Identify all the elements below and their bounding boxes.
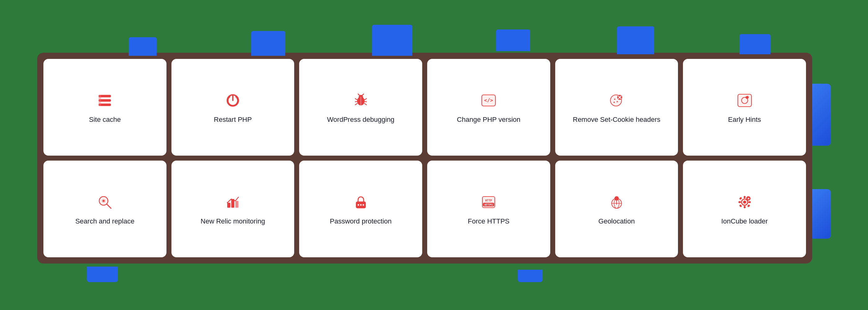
card-early-hints[interactable]: Early Hints [683, 59, 806, 156]
svg-point-23 [614, 99, 615, 100]
card-geolocation[interactable]: Geolocation [555, 161, 678, 257]
svg-point-24 [617, 101, 618, 102]
svg-line-12 [355, 103, 357, 105]
svg-text:★: ★ [747, 197, 750, 200]
svg-line-15 [365, 103, 366, 105]
search-replace-icon [95, 192, 115, 212]
code-icon: </> [478, 91, 498, 111]
svg-rect-53 [744, 206, 746, 208]
bar-chart-icon [223, 192, 243, 212]
search-web-icon [735, 91, 754, 111]
svg-rect-3 [99, 95, 101, 106]
svg-point-25 [614, 102, 615, 103]
svg-text:</>: </> [484, 97, 493, 103]
blue-tab-3 [372, 25, 412, 56]
settings-star-icon: ★ [735, 192, 754, 212]
card-password-protection[interactable]: Password protection [299, 161, 422, 257]
svg-line-33 [106, 204, 111, 208]
globe-pin-icon [607, 192, 626, 212]
svg-rect-58 [739, 204, 742, 207]
card-ioncube-loader[interactable]: ★ IonCube loader [683, 161, 806, 257]
card-geolocation-label: Geolocation [598, 217, 634, 226]
svg-point-39 [358, 204, 359, 206]
bottom-accent-2 [518, 270, 542, 282]
card-wordpress-debugging[interactable]: WordPress debugging [299, 59, 422, 156]
card-site-cache-label: Site cache [89, 115, 121, 124]
card-force-https-label: Force HTTPS [468, 217, 509, 226]
svg-text:HTTPS: HTTPS [485, 204, 493, 207]
card-restart-php[interactable]: Restart PHP [172, 59, 294, 156]
svg-line-10 [355, 99, 357, 100]
svg-line-13 [365, 99, 366, 100]
card-change-php-version[interactable]: </> Change PHP version [427, 59, 550, 156]
blue-tab-4 [496, 29, 530, 51]
bottom-accent-1 [87, 267, 118, 282]
card-new-relic-label: New Relic monitoring [200, 217, 265, 226]
svg-rect-55 [748, 201, 751, 203]
card-search-replace-label: Search and replace [75, 217, 134, 226]
svg-rect-59 [747, 204, 750, 207]
card-site-cache[interactable]: Site cache [43, 59, 166, 156]
blue-tab-6 [739, 34, 770, 54]
card-remove-set-cookie-label: Remove Set-Cookie headers [573, 115, 660, 124]
svg-line-8 [358, 94, 360, 95]
https-icon: HTTP HTTPS [478, 192, 498, 212]
svg-rect-52 [744, 196, 746, 198]
svg-point-34 [103, 200, 104, 202]
svg-point-41 [362, 204, 364, 206]
power-icon [223, 91, 243, 111]
card-wordpress-debugging-label: WordPress debugging [327, 115, 394, 124]
card-remove-set-cookie[interactable]: Remove Set-Cookie headers [555, 59, 678, 156]
card-restart-php-label: Restart PHP [214, 115, 252, 124]
card-force-https[interactable]: HTTP HTTPS Force HTTPS [427, 161, 550, 257]
svg-rect-54 [738, 201, 741, 203]
svg-rect-35 [227, 203, 230, 208]
svg-text:HTTP: HTTP [485, 199, 492, 202]
blue-tab-1 [129, 37, 157, 56]
main-panel: Site cache Restart PHP [37, 53, 812, 264]
card-password-protection-label: Password protection [330, 217, 392, 226]
card-new-relic[interactable]: New Relic monitoring [172, 161, 294, 257]
svg-point-40 [360, 204, 362, 206]
blue-tab-5 [617, 26, 654, 54]
svg-rect-37 [235, 201, 238, 208]
card-search-replace[interactable]: Search and replace [43, 161, 166, 257]
card-early-hints-label: Early Hints [728, 115, 761, 124]
cookie-x-icon [607, 91, 626, 111]
svg-rect-56 [739, 197, 742, 200]
database-icon [95, 91, 115, 111]
svg-rect-26 [738, 94, 751, 106]
svg-line-9 [362, 94, 364, 95]
bug-icon [351, 91, 371, 111]
svg-point-51 [743, 200, 746, 204]
card-change-php-version-label: Change PHP version [457, 115, 521, 124]
blue-tab-2 [251, 31, 285, 56]
lock-icon [351, 192, 371, 212]
card-ioncube-loader-label: IonCube loader [721, 217, 768, 226]
